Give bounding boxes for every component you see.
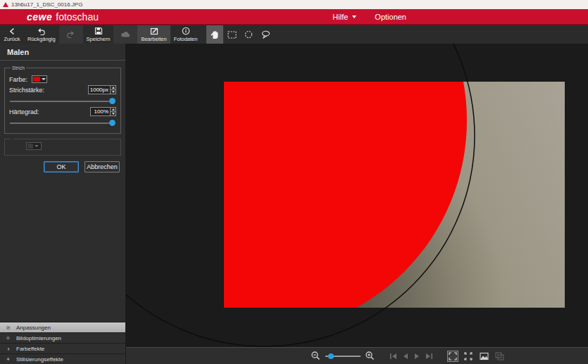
effects-accordion: ≋ Anpassungen ✳ Bildoptimierungen ◑ Farb… (0, 322, 125, 364)
palette-icon: ◑ (5, 346, 11, 352)
zoom-slider[interactable] (325, 353, 361, 360)
hardness-spinner[interactable]: 100% (90, 107, 116, 116)
spin-down-button[interactable] (111, 111, 115, 115)
hardness-value[interactable]: 100% (90, 107, 110, 116)
hand-icon (211, 30, 219, 39)
menu-hilfe[interactable]: Hilfe (332, 13, 356, 21)
speech-bubble-icon (261, 30, 270, 39)
undo-button[interactable]: Rückgängig (24, 25, 59, 44)
edit-icon (150, 27, 158, 35)
edit-button[interactable]: Bearbeiten (137, 25, 170, 44)
section-stilisierungseffekte[interactable]: ✦ Stilisierungseffekte (0, 353, 125, 364)
zoom-slider-handle[interactable] (328, 353, 334, 359)
slider-handle[interactable] (109, 120, 115, 126)
undo-icon (37, 27, 46, 35)
section-farbeffekte[interactable]: ◑ Farbeffekte (0, 343, 125, 353)
redo-icon (66, 30, 75, 38)
compare-frames-icon (495, 352, 504, 360)
save-button[interactable]: Speichern (83, 25, 114, 44)
paint-stroke-red (126, 44, 467, 334)
fill-color-dropdown-disabled (26, 142, 42, 150)
menu-hilfe-label: Hilfe (332, 13, 348, 21)
back-arrow-icon (8, 27, 16, 35)
stroke-group-legend: Strich (11, 65, 26, 70)
fill-group-disabled (4, 139, 121, 156)
next-image-button (413, 353, 420, 360)
chevron-down-icon (42, 78, 46, 80)
upload-button (113, 25, 137, 44)
logo-text-rest: fotoschau (56, 11, 99, 23)
callout-tool-button[interactable] (257, 25, 274, 44)
stroke-group: Strich Farbe: Strichstärke: 1000px Härt (4, 65, 121, 134)
fit-to-window-button[interactable] (447, 351, 458, 362)
paint-panel: Malen Strich Farbe: Strichstärke: 1000px (0, 44, 126, 364)
brush-icon: ✦ (5, 356, 11, 363)
hand-tool-button[interactable] (206, 25, 223, 44)
statusbar (126, 347, 588, 364)
cewe-logo: cewe fotoschau (27, 11, 99, 23)
back-button[interactable]: Zurück (0, 25, 24, 44)
hardness-slider[interactable] (10, 120, 115, 127)
last-image-button (425, 353, 433, 360)
image-canvas[interactable] (126, 44, 588, 347)
fit-frame-icon (449, 352, 457, 360)
first-image-button (389, 353, 398, 360)
hardness-label: Härtegrad: (9, 108, 39, 115)
menu-optionen[interactable]: Optionen (375, 13, 406, 21)
cancel-button[interactable]: Abbrechen (85, 161, 120, 172)
stroke-width-spinner[interactable]: 1000px (88, 85, 116, 94)
color-picker-dropdown[interactable] (32, 75, 47, 83)
spin-down-button[interactable] (111, 89, 115, 94)
info-icon (182, 27, 190, 35)
chevron-down-icon (35, 145, 39, 147)
color-swatch (33, 77, 40, 82)
titlebar: 13h6u17_1_DSC_0016.JPG (0, 0, 588, 9)
save-icon (94, 27, 103, 35)
fullscreen-button[interactable] (463, 351, 474, 362)
ok-button[interactable]: OK (44, 161, 79, 172)
zoom-in-icon[interactable] (365, 351, 375, 361)
previous-image-button (402, 353, 409, 360)
compare-view-button (494, 351, 505, 362)
picture-icon (480, 352, 489, 360)
stroke-width-label: Strichstärke: (9, 87, 44, 94)
logo-text-bold: cewe (27, 11, 52, 23)
sliders-icon: ≋ (5, 325, 11, 331)
sparkle-icon: ✳ (5, 335, 11, 341)
paint-overlay (126, 44, 588, 347)
menu-optionen-label: Optionen (375, 13, 406, 21)
brand-bar: cewe fotoschau Hilfe Optionen (0, 9, 588, 25)
marquee-rect-icon (227, 31, 237, 39)
original-size-button[interactable] (478, 351, 489, 362)
stroke-width-value[interactable]: 1000px (88, 85, 110, 94)
color-label: Farbe: (9, 76, 27, 83)
redo-button (59, 25, 83, 44)
panel-title: Malen (0, 44, 125, 61)
cloud-icon (120, 30, 130, 38)
expand-arrows-icon (464, 352, 473, 360)
stroke-width-slider[interactable] (10, 98, 115, 105)
photodata-button[interactable]: Fotodaten (170, 25, 201, 44)
chevron-down-icon (352, 15, 356, 18)
ellipse-select-tool-button[interactable] (240, 25, 257, 44)
section-anpassungen[interactable]: ≋ Anpassungen (0, 322, 125, 332)
window-title: 13h6u17_1_DSC_0016.JPG (11, 1, 82, 8)
zoom-out-icon[interactable] (311, 351, 321, 361)
rect-select-tool-button[interactable] (223, 25, 240, 44)
app-icon (3, 2, 8, 7)
toolbar: Zurück Rückgängig Speichern Bearbeiten F… (0, 25, 588, 44)
section-bildoptimierungen[interactable]: ✳ Bildoptimierungen (0, 332, 125, 343)
slider-handle[interactable] (109, 98, 115, 104)
marquee-ellipse-icon (244, 30, 253, 39)
